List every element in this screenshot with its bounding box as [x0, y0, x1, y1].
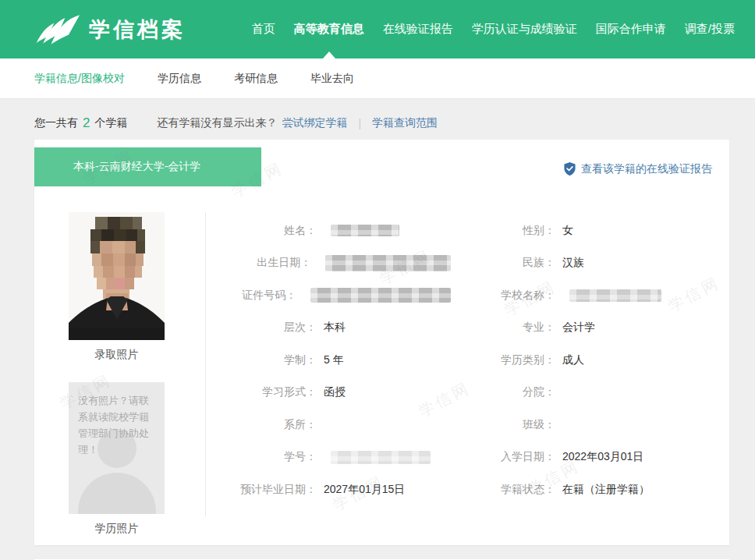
field-label: 学制：: [192, 353, 317, 367]
field-row: 学号：: [192, 441, 451, 474]
redacted-value: [331, 225, 399, 236]
field-label: 学历类别：: [451, 353, 555, 367]
field-label: 班级：: [451, 418, 555, 432]
redacted-value: [331, 451, 431, 464]
field-row: 民族： 汉族: [451, 247, 718, 280]
missing-record-question: 还有学籍没有显示出来？: [157, 116, 277, 130]
field-value: 在籍（注册学籍）: [562, 483, 650, 497]
field-value: 会计学: [562, 321, 595, 335]
field-label: 民族：: [451, 256, 555, 270]
field-row: 入学日期： 2022年03月01日: [451, 441, 718, 474]
field-label: 学校名称：: [451, 289, 555, 303]
field-label: 分院：: [451, 385, 555, 399]
field-row: 学历类别： 成人: [451, 344, 718, 377]
field-row: 系所：: [192, 409, 451, 441]
record-details-form: 姓名： 出生日期： 证件号码： 层次：: [192, 214, 718, 506]
field-label: 学号：: [192, 450, 317, 464]
field-value: 女: [562, 224, 573, 238]
no-photo-message: 没有照片？请联系就读院校学籍管理部门协助处理！: [69, 382, 165, 458]
field-label: 学习形式：: [192, 385, 317, 399]
field-value: 5 年: [324, 353, 344, 367]
field-value: 函授: [324, 385, 346, 399]
field-row: 层次： 本科: [192, 312, 451, 345]
degree-photo-label: 学历照片: [69, 522, 165, 536]
summary-suffix: 个学籍: [94, 116, 127, 130]
redacted-value: [325, 255, 451, 271]
field-row: 班级：: [451, 409, 718, 441]
report-link-label: 查看该学籍的在线验证报告: [581, 162, 712, 176]
redacted-value: [310, 288, 451, 303]
field-label: 层次：: [192, 321, 317, 335]
top-navigation: 首页 高等教育信息 在线验证报告 学历认证与成绩验证 国际合作申请 调查/投票: [243, 0, 744, 58]
field-row: 学籍状态： 在籍（注册学籍）: [451, 473, 718, 506]
form-column-left: 姓名： 出生日期： 证件号码： 层次：: [192, 214, 451, 506]
bind-record-link[interactable]: 尝试绑定学籍: [282, 116, 347, 130]
field-row: 专业： 会计学: [451, 312, 718, 345]
records-summary: 您一共有 2 个学籍 还有学籍没有显示出来？ 尝试绑定学籍 | 学籍查询范围: [0, 99, 755, 135]
records-count: 2: [83, 115, 90, 131]
field-row: 性别： 女: [451, 214, 718, 247]
field-row: 学习形式： 函授: [192, 377, 451, 409]
field-value: 成人: [562, 353, 584, 367]
record-tab-title: 本科-云南财经大学-会计学: [73, 160, 200, 174]
chsi-logo-icon: [34, 12, 81, 48]
field-value: 2027年01月15日: [324, 483, 405, 497]
field-value: 本科: [324, 321, 346, 335]
form-column-right: 性别： 女 民族： 汉族 学校名称： 专业：: [451, 214, 718, 506]
student-record-card: 本科-云南财经大学-会计学 查看该学籍的在线验证报告: [34, 140, 729, 545]
topnav-item[interactable]: 调查/投票: [675, 0, 744, 58]
admission-photo: [69, 212, 165, 340]
field-label: 出生日期：: [192, 256, 311, 270]
field-label: 专业：: [451, 321, 555, 335]
field-label: 学籍状态：: [451, 483, 555, 497]
top-header: 学信档案 首页 高等教育信息 在线验证报告 学历认证与成绩验证 国际合作申请 调…: [0, 0, 755, 58]
subnav-item[interactable]: 学籍信息/图像校对: [34, 72, 125, 86]
brand[interactable]: 学信档案: [34, 0, 186, 58]
subnav-item[interactable]: 考研信息: [234, 72, 278, 86]
topnav-item[interactable]: 国际合作申请: [587, 0, 675, 58]
field-label: 证件号码：: [192, 289, 296, 303]
topnav-item[interactable]: 学历认证与成绩验证: [463, 0, 587, 58]
field-value: 2022年03月01日: [562, 450, 643, 464]
summary-divider: |: [358, 117, 361, 129]
record-scope-link[interactable]: 学籍查询范围: [372, 116, 438, 130]
admission-photo-label: 录取照片: [69, 348, 165, 362]
record-tab[interactable]: 本科-云南财经大学-会计学: [34, 147, 261, 186]
field-row: 分院：: [451, 377, 718, 409]
shield-check-icon: [563, 161, 576, 176]
field-label: 性别：: [451, 224, 555, 238]
field-row: 学制： 5 年: [192, 344, 451, 377]
field-row: 学校名称：: [451, 279, 718, 312]
field-row: 出生日期：: [192, 247, 451, 280]
field-row: 预计毕业日期： 2027年01月15日: [192, 473, 451, 506]
topnav-item[interactable]: 高等教育信息: [285, 0, 374, 58]
field-label: 姓名：: [192, 224, 317, 238]
online-verification-report-link[interactable]: 查看该学籍的在线验证报告: [563, 161, 712, 176]
summary-prefix: 您一共有: [34, 116, 78, 130]
topnav-item[interactable]: 在线验证报告: [374, 0, 463, 58]
topnav-item[interactable]: 首页: [243, 0, 285, 58]
subnav-item[interactable]: 学历信息: [158, 72, 201, 86]
brand-name: 学信档案: [89, 16, 186, 44]
field-label: 预计毕业日期：: [192, 483, 317, 497]
sub-navigation: 学籍信息/图像校对 学历信息 考研信息 毕业去向: [0, 58, 755, 99]
field-row: 姓名：: [192, 214, 451, 247]
field-label: 系所：: [192, 418, 317, 432]
field-row: 证件号码：: [192, 279, 451, 312]
field-label: 入学日期：: [451, 450, 555, 464]
field-value: 汉族: [562, 256, 584, 270]
photo-column: 录取照片 没有照片？请联系就读院校学籍管理部门协助处理！ 学历照片: [69, 212, 165, 536]
subnav-item[interactable]: 毕业去向: [310, 72, 354, 86]
redacted-value: [569, 289, 661, 302]
degree-photo-placeholder: 没有照片？请联系就读院校学籍管理部门协助处理！: [69, 382, 165, 514]
